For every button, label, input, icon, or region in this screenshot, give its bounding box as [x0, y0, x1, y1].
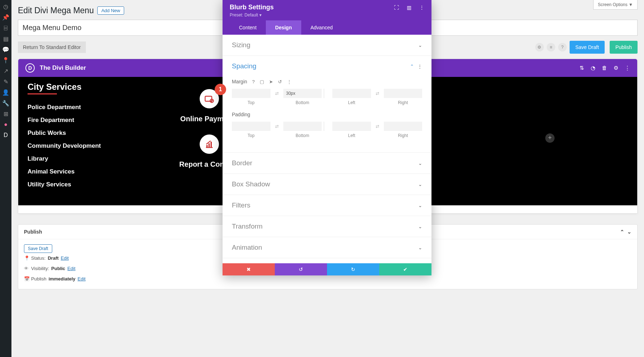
tab-design[interactable]: Design	[266, 20, 301, 35]
save-draft-button[interactable]: Save Draft	[570, 41, 605, 54]
service-link[interactable]: Animal Services	[28, 168, 117, 175]
chevron-down-icon: ⌄	[418, 161, 422, 166]
section-header[interactable]: Box Shadow ⌄	[223, 174, 431, 195]
chevron-down-icon: ⌄	[418, 224, 422, 229]
margin-label: Margin	[232, 79, 247, 84]
help-icon[interactable]: ?	[252, 79, 255, 84]
edit-visibility-link[interactable]: Edit	[67, 266, 75, 271]
padding-right-input[interactable]	[384, 122, 423, 131]
tablet-icon[interactable]: ▢	[260, 79, 264, 84]
section-header[interactable]: Transform ⌄	[223, 216, 431, 237]
padding-top-input[interactable]	[232, 122, 270, 131]
link-icon[interactable]: ⇄	[273, 91, 281, 96]
service-link[interactable]: Library	[28, 155, 117, 162]
help-button[interactable]: ?	[558, 43, 567, 52]
more-icon[interactable]: ⋮	[625, 65, 630, 71]
visibility-label: Visibility:	[31, 266, 49, 271]
margin-left-input[interactable]	[332, 89, 371, 98]
link-icon[interactable]: ⇄	[373, 124, 382, 129]
key-icon: 📍	[24, 255, 29, 261]
link-icon[interactable]: ⇄	[373, 91, 382, 96]
reset-icon[interactable]: ↺	[278, 79, 282, 84]
add-module-button[interactable]: +	[545, 133, 555, 143]
section-header[interactable]: Border ⌄	[223, 153, 431, 173]
edit-icon[interactable]: ✎	[2, 78, 9, 85]
screen-options-toggle[interactable]: Screen Options ▼	[593, 0, 638, 10]
padding-left-input[interactable]	[332, 122, 371, 131]
cancel-button[interactable]: ✖	[223, 263, 275, 275]
users-icon[interactable]: 👤	[2, 89, 9, 96]
builder-title: The Divi Builder	[40, 64, 86, 72]
margin-bottom-input[interactable]	[283, 89, 322, 98]
section-header[interactable]: Filters ⌄	[223, 195, 431, 216]
comments-icon[interactable]: 💬	[2, 46, 9, 53]
section-transform: Transform ⌄	[223, 216, 431, 237]
undo-button[interactable]: ↺	[275, 263, 327, 275]
trash-icon[interactable]: 🗑	[602, 65, 607, 71]
chevron-down-icon: ⌄	[418, 245, 422, 250]
margin-label-row: Margin ? ▢ ➤ ↺ ⋮	[232, 79, 422, 84]
pin2-icon[interactable]: 📍	[2, 57, 9, 64]
visibility-value: Public	[51, 266, 65, 271]
preset-dropdown[interactable]: Preset: Default ▾	[230, 13, 424, 18]
modal-footer: ✖ ↺ ↻ ✔	[223, 263, 431, 275]
chart-icon	[200, 135, 219, 154]
publish-button[interactable]: Publish	[610, 41, 638, 54]
media-icon[interactable]: ⌸	[2, 24, 9, 31]
columns-icon[interactable]: ▥	[407, 5, 411, 10]
chevron-down-icon[interactable]: ⌄	[627, 229, 631, 235]
edit-publish-link[interactable]: Edit	[78, 276, 86, 282]
hover-icon[interactable]: ➤	[269, 79, 273, 84]
modal-header: Blurb Settings ⛶ ▥ ⋮ Preset: Default ▾ C…	[223, 0, 431, 35]
sort-icon[interactable]: ⇅	[580, 65, 584, 71]
section-sizing: Sizing ⌄	[223, 35, 431, 56]
calendar-icon: 📅	[24, 276, 29, 282]
service-link[interactable]: Fire Department	[28, 117, 117, 124]
service-link[interactable]: Community Development	[28, 142, 117, 150]
service-link[interactable]: Utility Services	[28, 181, 117, 188]
more-icon[interactable]: ⋮	[287, 79, 292, 84]
return-editor-button[interactable]: Return To Standard Editor	[18, 41, 86, 53]
edit-status-link[interactable]: Edit	[61, 255, 69, 261]
menu-col-1: City Services Police Department Fire Dep…	[28, 82, 117, 194]
tab-content[interactable]: Content	[230, 20, 266, 35]
link-icon[interactable]: ⇄	[273, 124, 281, 129]
section-border: Border ⌄	[223, 153, 431, 174]
help-row[interactable]: ?Help	[223, 258, 431, 263]
margin-top-input[interactable]	[232, 89, 270, 98]
settings-button[interactable]: ⚙	[535, 43, 544, 52]
service-link[interactable]: Public Works	[28, 129, 117, 137]
add-new-button[interactable]: Add New	[97, 6, 124, 15]
section-header[interactable]: Animation ⌄	[223, 237, 431, 258]
expand-icon[interactable]: ⛶	[394, 5, 399, 10]
pointer-icon[interactable]: ↗	[2, 67, 9, 74]
padding-bottom-input[interactable]	[283, 122, 322, 131]
more-icon[interactable]: ⋮	[418, 64, 422, 69]
tab-advanced[interactable]: Advanced	[301, 20, 342, 35]
modal-title: Blurb Settings	[230, 4, 274, 11]
section-spacing: Spacing ⌃⋮ Margin ? ▢ ➤ ↺ ⋮ ⇄	[223, 56, 431, 153]
section-header[interactable]: Spacing ⌃⋮	[223, 56, 431, 77]
more-icon[interactable]: ⋮	[419, 5, 424, 10]
chevron-up-icon[interactable]: ⌃	[620, 229, 624, 235]
save-button[interactable]: ✔	[379, 263, 431, 275]
chevron-down-icon: ⌄	[418, 43, 422, 48]
pin-icon[interactable]: 📌	[2, 14, 9, 21]
publish-title: Publish	[24, 229, 42, 235]
service-link[interactable]: Police Department	[28, 104, 117, 111]
chevron-down-icon: ⌄	[418, 182, 422, 187]
redo-button[interactable]: ↻	[327, 263, 379, 275]
plugin-icon[interactable]: ●	[2, 121, 9, 128]
history-icon[interactable]: ◔	[591, 65, 595, 71]
dashboard-icon[interactable]: ◷	[2, 3, 9, 10]
plus-box-icon[interactable]: ⊞	[2, 110, 9, 117]
layers-button[interactable]: ≡	[547, 43, 555, 52]
gear-icon[interactable]: ⚙	[614, 65, 618, 71]
chevron-up-icon: ⌃	[410, 64, 414, 69]
section-header[interactable]: Sizing ⌄	[223, 35, 431, 55]
pages-icon[interactable]: ▤	[2, 35, 9, 42]
metabox-save-draft-button[interactable]: Save Draft	[24, 244, 52, 253]
tools-icon[interactable]: 🔧	[2, 99, 9, 107]
margin-right-input[interactable]	[384, 89, 423, 98]
divi-icon[interactable]: D	[2, 132, 9, 139]
